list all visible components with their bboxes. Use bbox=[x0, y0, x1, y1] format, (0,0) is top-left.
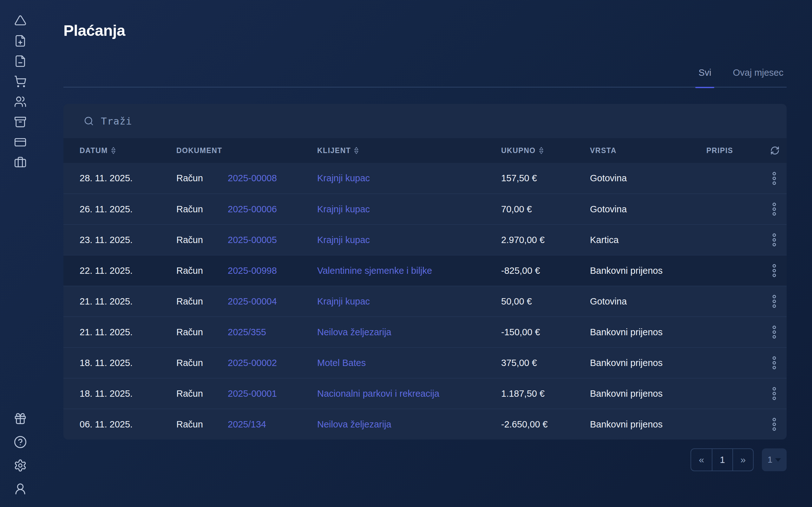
tab-svi[interactable]: Svi bbox=[695, 67, 714, 78]
column-header-vrsta: VRSTA bbox=[590, 147, 706, 155]
cell-dokument-broj: 2025-00006 bbox=[228, 204, 317, 215]
document-link[interactable]: 2025-00006 bbox=[228, 204, 277, 214]
cell-dokument-tip: Račun bbox=[176, 204, 228, 215]
table-row: 21. 11. 2025. Račun 2025-00004 Krajnji k… bbox=[63, 286, 786, 317]
table-row: 18. 11. 2025. Račun 2025-00002 Motel Bat… bbox=[63, 347, 786, 378]
table-row: 23. 11. 2025. Račun 2025-00005 Krajnji k… bbox=[63, 224, 786, 255]
row-menu-button[interactable] bbox=[768, 200, 781, 219]
cart-icon bbox=[14, 75, 27, 88]
document-link[interactable]: 2025-00008 bbox=[228, 173, 277, 183]
page-size-dropdown[interactable]: 1 bbox=[762, 448, 786, 471]
document-link[interactable]: 2025-00004 bbox=[228, 296, 277, 306]
cell-vrsta: Kartica bbox=[590, 235, 706, 245]
cell-dokument-broj: 2025-00004 bbox=[228, 296, 317, 307]
document-link[interactable]: 2025/134 bbox=[228, 419, 266, 429]
cell-actions bbox=[768, 384, 786, 403]
cell-actions bbox=[768, 261, 786, 280]
cell-actions bbox=[768, 292, 786, 311]
cell-ukupno: 375,00 € bbox=[501, 358, 590, 368]
client-link[interactable]: Nacionalni parkovi i rekreacija bbox=[317, 389, 439, 399]
column-header-ukupno[interactable]: UKUPNO bbox=[501, 147, 590, 155]
cell-klijent: Krajnji kupac bbox=[317, 173, 501, 183]
cell-ukupno: 50,00 € bbox=[501, 296, 590, 307]
sidebar-item-new-document[interactable] bbox=[13, 34, 27, 48]
row-menu-button[interactable] bbox=[768, 292, 781, 311]
row-menu-button[interactable] bbox=[768, 261, 781, 280]
row-menu-button[interactable] bbox=[768, 384, 781, 403]
sidebar-item-profile[interactable] bbox=[13, 482, 27, 496]
cell-datum: 26. 11. 2025. bbox=[80, 204, 176, 215]
client-link[interactable]: Krajnji kupac bbox=[317, 235, 370, 245]
search-bar bbox=[63, 104, 786, 138]
main-content: Plaćanja Svi Ovaj mjesec DATUM DOKUMENT … bbox=[63, 0, 786, 471]
cell-vrsta: Gotovina bbox=[590, 204, 706, 215]
client-link[interactable]: Neilova željezarija bbox=[317, 419, 392, 429]
column-label-dokument: DOKUMENT bbox=[176, 147, 222, 155]
table-row: 21. 11. 2025. Račun 2025/355 Neilova žel… bbox=[63, 317, 786, 347]
cell-klijent: Krajnji kupac bbox=[317, 235, 501, 245]
document-link[interactable]: 2025-00002 bbox=[228, 358, 277, 368]
cell-vrsta: Gotovina bbox=[590, 173, 706, 183]
sidebar-item-logo[interactable] bbox=[13, 14, 27, 27]
cell-klijent: Valentinine sjemenke i biljke bbox=[317, 266, 501, 276]
page-title: Plaćanja bbox=[63, 21, 786, 39]
row-menu-button[interactable] bbox=[768, 230, 781, 249]
client-link[interactable]: Krajnji kupac bbox=[317, 296, 370, 306]
cell-klijent: Neilova željezarija bbox=[317, 327, 501, 337]
cell-actions bbox=[768, 323, 786, 342]
triangle-icon bbox=[14, 14, 27, 27]
pager-next-button[interactable]: » bbox=[732, 449, 753, 470]
table-row: 26. 11. 2025. Račun 2025-00006 Krajnji k… bbox=[63, 193, 786, 224]
cell-dokument-broj: 2025-00008 bbox=[228, 173, 317, 183]
search-input[interactable] bbox=[101, 115, 786, 127]
sidebar-item-clients[interactable] bbox=[13, 95, 27, 108]
pager-group: « 1 » bbox=[691, 448, 754, 471]
document-link[interactable]: 2025-00005 bbox=[228, 235, 277, 245]
sidebar bbox=[0, 0, 41, 507]
refresh-icon bbox=[770, 146, 780, 155]
column-label-klijent: KLIJENT bbox=[317, 147, 351, 155]
client-link[interactable]: Motel Bates bbox=[317, 358, 366, 368]
row-menu-button[interactable] bbox=[768, 169, 781, 188]
cell-datum: 22. 11. 2025. bbox=[80, 266, 176, 276]
column-header-datum[interactable]: DATUM bbox=[80, 147, 176, 155]
sidebar-top-group bbox=[13, 0, 27, 169]
pager-current-page[interactable]: 1 bbox=[712, 449, 732, 470]
cell-vrsta: Bankovni prijenos bbox=[590, 327, 706, 337]
row-menu-button[interactable] bbox=[768, 323, 781, 342]
cell-actions bbox=[768, 353, 786, 372]
cell-klijent: Krajnji kupac bbox=[317, 296, 501, 307]
client-link[interactable]: Krajnji kupac bbox=[317, 204, 370, 214]
sidebar-item-business[interactable] bbox=[13, 156, 27, 169]
sidebar-item-help[interactable] bbox=[13, 435, 27, 449]
sidebar-bottom-group bbox=[13, 412, 27, 507]
refresh-button[interactable] bbox=[770, 146, 780, 155]
column-header-klijent[interactable]: KLIJENT bbox=[317, 147, 501, 155]
cell-dokument-broj: 2025-00998 bbox=[228, 266, 317, 276]
cell-datum: 06. 11. 2025. bbox=[80, 419, 176, 430]
row-menu-button[interactable] bbox=[768, 353, 781, 372]
client-link[interactable]: Valentinine sjemenke i biljke bbox=[317, 266, 432, 276]
sidebar-item-products[interactable] bbox=[13, 75, 27, 88]
caret-down-icon bbox=[775, 458, 781, 462]
sidebar-item-payments[interactable] bbox=[13, 135, 27, 149]
table-row: 22. 11. 2025. Račun 2025-00998 Valentini… bbox=[63, 255, 786, 286]
tab-ovaj-mjesec[interactable]: Ovaj mjesec bbox=[729, 67, 786, 78]
kebab-menu-icon bbox=[771, 294, 777, 308]
cell-datum: 18. 11. 2025. bbox=[80, 358, 176, 368]
cell-vrsta: Bankovni prijenos bbox=[590, 266, 706, 276]
row-menu-button[interactable] bbox=[768, 415, 781, 434]
cell-datum: 21. 11. 2025. bbox=[80, 327, 176, 337]
client-link[interactable]: Krajnji kupac bbox=[317, 173, 370, 183]
cell-dokument-broj: 2025-00005 bbox=[228, 235, 317, 245]
cell-vrsta: Gotovina bbox=[590, 296, 706, 307]
document-link[interactable]: 2025-00998 bbox=[228, 266, 277, 276]
sidebar-item-archive[interactable] bbox=[13, 115, 27, 129]
client-link[interactable]: Neilova željezarija bbox=[317, 327, 392, 337]
sidebar-item-settings[interactable] bbox=[13, 459, 27, 472]
document-link[interactable]: 2025/355 bbox=[228, 327, 266, 337]
pager-prev-button[interactable]: « bbox=[691, 449, 712, 470]
sidebar-item-rewards[interactable] bbox=[13, 412, 27, 425]
sidebar-item-documents[interactable] bbox=[13, 55, 27, 68]
document-link[interactable]: 2025-00001 bbox=[228, 389, 277, 399]
